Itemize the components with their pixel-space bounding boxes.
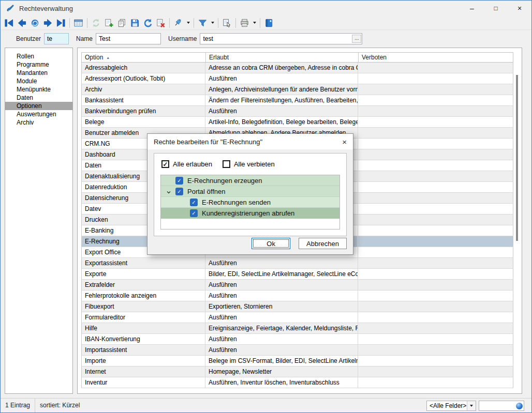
- sidebar-item-mandanten[interactable]: Mandanten: [5, 69, 72, 77]
- field-filter-dropdown-arrow[interactable]: [467, 401, 476, 410]
- sidebar-item-menüpunkte[interactable]: Menüpunkte: [5, 85, 72, 94]
- table-row[interactable]: ExportassistentAusführen: [81, 258, 513, 269]
- table-row[interactable]: InventurAusführen, Inventur löschen, Inv…: [81, 377, 513, 388]
- first-record-icon[interactable]: [3, 17, 16, 29]
- checkbox-alle-verbieten[interactable]: Alle verbieten: [223, 160, 275, 168]
- table-row[interactable]: InternetHomepage, Newsletter: [81, 366, 513, 377]
- rechteverwaltung-window: Rechteverwaltung – □ × Benutzer Name Use…: [0, 0, 532, 413]
- toolbar-separator: [169, 18, 170, 28]
- tree-item-portal-öffnen[interactable]: ✓Portal öffnen: [161, 186, 339, 197]
- benutzer-label: Benutzer: [16, 35, 41, 42]
- table-row[interactable]: ExtrafelderAusführen: [81, 280, 513, 290]
- sidebar-item-daten[interactable]: Daten: [5, 94, 72, 102]
- close-button[interactable]: ×: [508, 1, 531, 16]
- ok-button[interactable]: Ok: [252, 238, 290, 249]
- table-row[interactable]: FibuexportExportieren, Stornieren: [81, 301, 513, 312]
- username-browse-button[interactable]: ...: [352, 35, 361, 43]
- sidebar-item-archiv[interactable]: Archiv: [5, 118, 72, 127]
- toolbar-separator: [235, 18, 236, 28]
- table-row[interactable]: HilfeEreignisanzeige, Feiertage, Kalende…: [81, 323, 513, 334]
- table-row[interactable]: BelegeArtikel-Info, Belegdefinition, Bel…: [81, 117, 513, 128]
- save-icon[interactable]: [128, 17, 141, 29]
- vertical-scrollbar[interactable]: [514, 52, 520, 389]
- table-header: Option ▲ Erlaubt Verboten: [81, 52, 513, 63]
- history-icon[interactable]: [28, 17, 41, 29]
- sidebar-item-auswertungen[interactable]: Auswertungen: [5, 110, 72, 118]
- table-view-icon[interactable]: [72, 17, 85, 29]
- checkbox-box[interactable]: ✓: [161, 160, 169, 168]
- table-row[interactable]: IBAN-KonvertierungAusführen: [81, 334, 513, 345]
- vertical-scrollbar-thumb[interactable]: [516, 75, 518, 241]
- cell-verboten: [358, 182, 513, 192]
- sidebar-item-rollen[interactable]: Rollen: [5, 52, 72, 60]
- tree-item-kundenregistrierungen-abrufen[interactable]: ✓Kundenregistrierungen abrufen: [161, 208, 339, 219]
- select-record-icon[interactable]: [220, 17, 233, 29]
- maximize-button[interactable]: □: [484, 1, 508, 16]
- toolbar: [1, 16, 531, 30]
- name-label: Name: [76, 35, 93, 42]
- column-header-option[interactable]: Option ▲: [82, 53, 206, 62]
- table-row[interactable]: ImporteBelege im CSV-Format, Bilder, EDI…: [81, 356, 513, 366]
- name-field[interactable]: [96, 33, 161, 44]
- sidebar-item-module[interactable]: Module: [5, 77, 72, 85]
- benutzer-field[interactable]: [44, 33, 69, 44]
- previous-record-icon[interactable]: [16, 17, 28, 29]
- cell-option: Archiv: [82, 84, 205, 95]
- next-record-icon[interactable]: [41, 17, 54, 29]
- copy-record-icon[interactable]: [115, 17, 128, 29]
- table-row[interactable]: Bankverbindungen prüfenAusführen: [81, 106, 513, 117]
- dialog-close-icon[interactable]: ×: [336, 137, 347, 146]
- username-field[interactable]: [200, 33, 362, 44]
- tree-checkbox[interactable]: ✓: [175, 188, 183, 195]
- sidebar-item-programme[interactable]: Programme: [5, 60, 72, 69]
- undo-icon[interactable]: [141, 17, 154, 29]
- pin-dropdown-arrow[interactable]: [185, 17, 191, 28]
- tree-item-e-rechnungen-senden[interactable]: ✓E-Rechnungen senden: [161, 197, 339, 208]
- table-row[interactable]: Fehlerprotokolle anzeigenAusführen: [81, 290, 513, 301]
- notebook-icon[interactable]: [262, 17, 275, 29]
- refresh-icon[interactable]: [90, 17, 102, 29]
- filter-icon[interactable]: [196, 17, 209, 29]
- pin-icon[interactable]: [172, 17, 185, 29]
- column-header-verboten[interactable]: Verboten: [359, 53, 513, 62]
- table-row[interactable]: Adressexport (Outlook, Tobit)Ausführen: [81, 73, 513, 84]
- sidebar-item-optionen[interactable]: Optionen: [5, 102, 72, 110]
- add-record-icon[interactable]: [102, 17, 115, 29]
- window-controls: – □ ×: [460, 1, 531, 16]
- cell-option: Importe: [82, 356, 205, 366]
- table-row[interactable]: ArchivAnlegen, Archiveinstellungen für a…: [81, 84, 513, 95]
- table-row[interactable]: BankassistentÄndern der Filtereinstellun…: [81, 95, 513, 106]
- print-dropdown-arrow[interactable]: [251, 17, 258, 28]
- tree-item-e-rechnungen-erzeugen[interactable]: ✓E-Rechnungen erzeugen: [161, 175, 339, 186]
- table-row[interactable]: AdressabgleichAdresse an cobra CRM überg…: [81, 63, 513, 73]
- chevron-down-icon[interactable]: [166, 189, 171, 196]
- table-row[interactable]: ExporteBilder, EDI, SelectLine Artikelma…: [81, 269, 513, 280]
- cell-erlaubt: Ausführen: [205, 258, 358, 268]
- tree-item-label: E-Rechnungen senden: [202, 198, 271, 206]
- delete-record-icon[interactable]: [154, 17, 167, 29]
- cell-option: Adressabgleich: [82, 63, 205, 73]
- dialog-buttons: OkAbbrechen: [252, 238, 347, 249]
- tree-checkbox[interactable]: ✓: [175, 177, 183, 185]
- minimize-button[interactable]: –: [460, 1, 484, 16]
- checkbox-box[interactable]: [223, 160, 230, 168]
- cell-erlaubt: Exportieren, Stornieren: [205, 301, 358, 312]
- field-filter-dropdown[interactable]: <Alle Felder>: [426, 401, 476, 411]
- table-row[interactable]: ImportassistentAusführen: [81, 345, 513, 356]
- checkbox-alle-erlauben[interactable]: ✓Alle erlauben: [161, 160, 212, 168]
- column-header-erlaubt[interactable]: Erlaubt: [206, 53, 359, 62]
- last-record-icon[interactable]: [54, 17, 67, 29]
- cell-verboten: [358, 269, 513, 279]
- table-row[interactable]: FormulareditorAusführen: [81, 312, 513, 323]
- tree-checkbox[interactable]: ✓: [190, 198, 198, 206]
- cell-erlaubt: Ausführen: [205, 345, 358, 355]
- print-icon[interactable]: [238, 17, 251, 29]
- abbrechen-button[interactable]: Abbrechen: [299, 238, 347, 249]
- cell-verboten: [358, 95, 513, 105]
- filter-dropdown-arrow[interactable]: [209, 17, 216, 28]
- globe-icon[interactable]: [516, 403, 523, 409]
- quick-search-box[interactable]: [479, 401, 524, 411]
- cell-option: Fehlerprotokolle anzeigen: [82, 290, 205, 301]
- sidebar: RollenProgrammeMandantenModuleMenüpunkte…: [5, 48, 73, 394]
- tree-checkbox[interactable]: ✓: [190, 209, 198, 217]
